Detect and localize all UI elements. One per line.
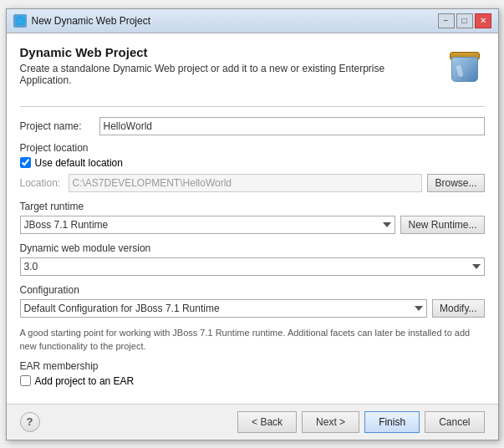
- configuration-section-label: Configuration: [20, 284, 485, 296]
- use-default-location-row: Use default location: [20, 157, 485, 169]
- jar-icon: [450, 48, 480, 82]
- location-label: Location:: [20, 177, 69, 189]
- title-bar-left: 🌐 New Dynamic Web Project: [13, 14, 151, 28]
- config-description: A good starting point for working with J…: [20, 326, 485, 354]
- header-area: Dynamic Web Project Create a standalone …: [20, 45, 485, 107]
- project-name-label: Project name:: [20, 120, 99, 132]
- location-input[interactable]: [69, 174, 423, 192]
- jar-body: [451, 57, 478, 82]
- finish-button[interactable]: Finish: [364, 411, 420, 433]
- web-module-section-label: Dynamic web module version: [20, 242, 485, 254]
- location-row: Location: Browse...: [20, 174, 485, 192]
- minimize-button[interactable]: −: [438, 13, 455, 28]
- ear-section: EAR membership Add project to an EAR: [20, 360, 485, 387]
- use-default-checkbox[interactable]: [20, 157, 31, 168]
- maximize-button[interactable]: □: [456, 13, 473, 28]
- close-button[interactable]: ✕: [475, 13, 491, 28]
- jar-shine: [456, 64, 463, 77]
- use-default-label[interactable]: Use default location: [35, 157, 123, 169]
- page-title: Dynamic Web Project: [20, 45, 436, 59]
- button-bar: ? < Back Next > Finish Cancel: [7, 404, 498, 440]
- page-description: Create a standalone Dynamic Web project …: [20, 63, 436, 86]
- title-buttons: − □ ✕: [438, 13, 491, 28]
- configuration-select[interactable]: Default Configuration for JBoss 7.1 Runt…: [20, 299, 428, 318]
- window-title: New Dynamic Web Project: [32, 15, 151, 27]
- version-row: 3.0: [20, 257, 485, 276]
- window-icon: 🌐: [13, 14, 27, 28]
- target-runtime-row: JBoss 7.1 Runtime New Runtime...: [20, 216, 485, 234]
- next-button[interactable]: Next >: [302, 411, 359, 433]
- project-name-row: Project name:: [20, 117, 485, 135]
- target-runtime-select[interactable]: JBoss 7.1 Runtime: [20, 216, 396, 234]
- cancel-button[interactable]: Cancel: [425, 411, 484, 433]
- project-icon-container: [445, 45, 485, 85]
- module-version-select[interactable]: 3.0: [20, 257, 485, 276]
- back-button[interactable]: < Back: [237, 411, 297, 433]
- project-name-input[interactable]: [99, 117, 485, 135]
- header-text: Dynamic Web Project Create a standalone …: [20, 45, 436, 98]
- ear-section-label: EAR membership: [20, 360, 485, 372]
- help-button[interactable]: ?: [20, 412, 40, 432]
- main-content: Dynamic Web Project Create a standalone …: [7, 33, 498, 404]
- modify-button[interactable]: Modify...: [432, 299, 484, 318]
- target-runtime-section-label: Target runtime: [20, 201, 485, 212]
- project-location-label: Project location: [20, 142, 485, 154]
- configuration-row: Default Configuration for JBoss 7.1 Runt…: [20, 299, 485, 318]
- ear-checkbox-label[interactable]: Add project to an EAR: [35, 375, 135, 387]
- new-runtime-button[interactable]: New Runtime...: [400, 216, 484, 234]
- ear-checkbox-row: Add project to an EAR: [20, 375, 485, 387]
- browse-button[interactable]: Browse...: [427, 174, 484, 192]
- title-bar: 🌐 New Dynamic Web Project − □ ✕: [7, 9, 498, 33]
- add-to-ear-checkbox[interactable]: [20, 375, 31, 386]
- dialog-window: 🌐 New Dynamic Web Project − □ ✕ Dynamic …: [6, 8, 499, 440]
